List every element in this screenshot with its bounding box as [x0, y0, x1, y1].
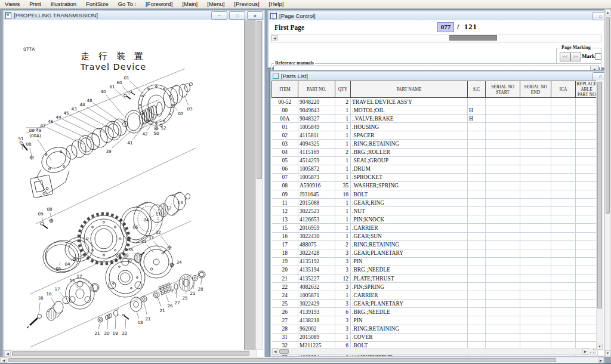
minimize-button[interactable]: ─ [211, 11, 227, 20]
parts-row[interactable]: 09J93164516.BOLT [272, 190, 598, 199]
callout-label: 41 [127, 140, 132, 146]
scroll-down-arrow-icon[interactable]: ▼ [597, 344, 603, 350]
scroll-down-arrow-icon[interactable]: ▼ [605, 350, 610, 356]
parts-row[interactable]: 0610058721.DRUM [272, 165, 598, 173]
cell-item: 12 [272, 207, 298, 215]
parts-row[interactable]: 174880752.RING;RETAINING [272, 240, 598, 249]
parts-row[interactable]: 0090496431.MOTOL;OILH [272, 106, 598, 115]
parts-row[interactable]: 0545142591.SEAL;GROUP [272, 156, 598, 165]
scroll-left-arrow-icon[interactable]: ◀ [272, 348, 278, 354]
parts-row[interactable]: 3120150891.COVER [272, 333, 598, 341]
mark-prev-button[interactable]: << [560, 53, 570, 61]
cell-qty: 3 [335, 325, 351, 333]
cell-item: 21 [272, 274, 298, 282]
parts-row[interactable]: 2041351943.BRG.;NEEDLE [272, 266, 598, 274]
cell-ica [551, 308, 576, 316]
menu-item-fontsize[interactable]: FontSize [81, 0, 113, 8]
parts-list-titlebar[interactable]: [Parts List] □ [271, 72, 604, 81]
parts-row[interactable]: 1520169591.CARRIER [272, 224, 598, 232]
mark-next-button[interactable]: >> [570, 53, 581, 61]
parts-row[interactable]: 1230225231.NUT [272, 207, 598, 215]
callout-label: 08 [47, 206, 53, 212]
cell-serial-start [486, 316, 520, 325]
parts-row[interactable]: 0241158111.SPACER [272, 131, 598, 140]
menu-item-main[interactable]: [Main] [177, 0, 202, 8]
parts-row[interactable]: 1120150881.GEAR;RING [272, 199, 598, 207]
parts-row[interactable]: 0110058491.HOUSING [272, 123, 598, 131]
illustration-titlebar[interactable]: [PROPELLING TRANSMISSION] ─ □ ✕ [4, 11, 264, 20]
scrollbar-thumb[interactable] [279, 349, 289, 354]
menu-item-foreword[interactable]: [Foreword] [141, 0, 177, 8]
scrollbar-thumb[interactable] [597, 82, 602, 309]
parts-vertical-scrollbar[interactable]: ▼ [596, 81, 603, 350]
parts-row[interactable]: 289620023.RING;RETAINING [272, 325, 598, 333]
restore-button[interactable]: □ [593, 12, 604, 20]
menu-item-help[interactable]: [Help] [264, 0, 289, 8]
scroll-right-arrow-icon[interactable]: ▶ [598, 357, 604, 363]
parts-row[interactable]: 1941351923.PIN [272, 257, 598, 266]
menu-item-print[interactable]: Print [24, 0, 46, 8]
parts-row[interactable]: 2530224293.GEAR;PLANETARY [272, 300, 598, 308]
scrollbar-thumb[interactable] [606, 17, 610, 214]
menu-item-illustration[interactable]: Illustration [46, 0, 81, 8]
page-marking-legend: Page Marking [560, 45, 592, 50]
restore-button[interactable]: □ [593, 72, 604, 81]
mark-checkbox[interactable] [595, 53, 601, 60]
parts-row[interactable]: 00-5290482202TRAVEL DEVICE ASS'Y [272, 98, 598, 106]
cell-sc [468, 199, 486, 207]
menu-item-goto[interactable]: Go To : [113, 0, 141, 8]
slider-thumb[interactable] [449, 35, 497, 41]
menu-item-views[interactable]: Views [0, 0, 24, 8]
menu-item-menu[interactable]: [Menu] [202, 0, 229, 8]
cell-part-name: .GEAR;PLANETARY [351, 249, 468, 257]
cell-ica [551, 274, 576, 282]
scroll-up-arrow-icon[interactable]: ▲ [605, 10, 610, 16]
workspace-vertical-scrollbar[interactable]: ▲ ▼ [604, 9, 611, 357]
workspace-horizontal-scrollbar[interactable]: ◀ ▶ [0, 357, 604, 363]
restore-button[interactable]: □ [229, 11, 245, 20]
page-control-titlebar[interactable]: [Page Control] □ [269, 11, 604, 21]
parts-row[interactable]: 08A59091635.WASHER;SPRING [272, 181, 598, 190]
cell-serial-end [520, 98, 551, 106]
parts-row[interactable]: 1830224283.GEAR;PLANETARY [272, 249, 598, 257]
parts-row[interactable]: 0441151692.BRG.;ROLLER [272, 148, 598, 156]
close-button[interactable]: ✕ [247, 11, 263, 20]
scrollbar-thumb[interactable] [12, 351, 249, 356]
parts-row[interactable]: 0340943251.RING;RETAINING [272, 140, 598, 148]
cell-serial-end [520, 291, 551, 300]
cell-serial-end [520, 190, 551, 199]
scroll-left-arrow-icon[interactable]: ◀ [4, 350, 11, 357]
cell-ica [551, 173, 576, 181]
current-page-field[interactable]: 077 [437, 22, 454, 32]
cell-ica [551, 190, 576, 199]
illustration-vertical-scrollbar[interactable] [255, 20, 263, 350]
scroll-right-arrow-icon[interactable]: ▶ [582, 348, 588, 354]
callout-label: 05 [55, 266, 61, 272]
parts-row[interactable]: 00A90483271..VALVE;BRAKEH [272, 115, 598, 123]
callout-label: 50 [153, 131, 159, 136]
cell-item: 00-52 [272, 98, 298, 106]
parts-row[interactable]: 1341266531.PIN;KNOCK [272, 215, 598, 224]
page-slider[interactable]: ◀ [271, 35, 601, 42]
callout-label: 28 [198, 286, 203, 292]
cell-part-name: .PIN;KNOCK [351, 215, 468, 224]
cell-qty: 2 [335, 98, 351, 106]
parts-row[interactable]: 1630224301.GEAR;SUN [272, 232, 598, 240]
cell-part-no: 4139193 [298, 308, 335, 316]
parts-row[interactable]: 2240826323.PIN;SPRING [272, 283, 598, 291]
scrollbar-thumb[interactable] [8, 358, 556, 362]
slider-left-arrow-icon[interactable]: ◀ [271, 35, 278, 41]
cell-serial-end [520, 156, 551, 165]
parts-row[interactable]: 21413522712.PLATE;THRUST [272, 274, 598, 282]
menu-item-previous[interactable]: [Previous] [229, 0, 264, 8]
resize-grip[interactable] [590, 348, 595, 354]
scrollbar-thumb[interactable] [257, 21, 262, 179]
parts-row[interactable]: 0710058731.SPROCKET [272, 173, 598, 181]
parts-row[interactable]: 2641391936.BRG.;NEEDLE [272, 308, 598, 316]
parts-row[interactable]: 2410058711.CARRIER [272, 291, 598, 300]
cell-part-name: .DRUM [351, 165, 468, 173]
callout-leader-line [186, 291, 186, 294]
parts-row[interactable]: 2741382183.PIN [272, 316, 598, 325]
parts-horizontal-scrollbar[interactable]: ◀ ▶ [271, 348, 596, 355]
scroll-left-arrow-icon[interactable]: ◀ [1, 357, 7, 363]
